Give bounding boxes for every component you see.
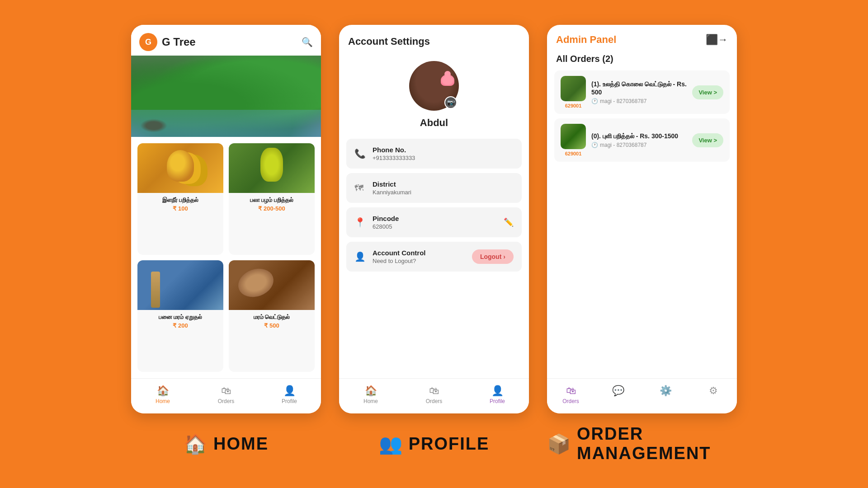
clock-icon: 🕐 (591, 98, 598, 104)
product-price: ₹ 500 (232, 322, 311, 329)
flower-decoration (441, 75, 454, 86)
account-value: Need to Logout? (373, 258, 466, 264)
district-label: District (373, 180, 514, 188)
admin-title: Admin Panel (556, 34, 616, 46)
all-orders-heading: All Orders (2) (547, 50, 737, 70)
rocks-decoration (140, 119, 167, 132)
app-logo: G G Tree (139, 33, 196, 51)
coconut-decoration (167, 150, 194, 182)
home-bottom-text: HOME (213, 434, 269, 454)
orders-bag-icon: 🛍 (566, 385, 576, 397)
product-image-jackfruit (229, 143, 315, 193)
order-name-2: (0). புளி பறித்தல் - Rs. 300-1500 (591, 132, 687, 140)
avatar-section: 📷 Abdul (339, 52, 529, 133)
orders-list: 629001 (1). உலத்தி கொலை வெட்டுதல் - Rs. … (547, 70, 737, 378)
product-name: மரம் வெட்டுதல் (232, 314, 311, 321)
product-price: ₹ 200 (141, 322, 220, 329)
order-id-2: 629001 (565, 151, 582, 156)
order-content-2: (0). புளி பறித்தல் - Rs. 300-1500 🕐 magi… (591, 132, 687, 148)
order-meta-1: 🕐 magi - 8270368787 (591, 98, 687, 104)
product-item[interactable]: இளநீர் பறித்தல் ₹ 100 (137, 143, 223, 255)
order-id-1: 629001 (565, 103, 582, 108)
district-content: District Kanniyakumari (373, 180, 514, 196)
nav-label-profile: Profile (490, 398, 505, 404)
logout-icon[interactable]: ⬛→ (706, 34, 728, 46)
view-button-1[interactable]: View > (692, 85, 723, 99)
profile-bottom-text: PROFILE (409, 434, 490, 454)
nav-label-home: Home (363, 398, 378, 404)
order-item[interactable]: 629001 (1). உலத்தி கொலை வெட்டுதல் - Rs. … (554, 70, 730, 114)
wood-decoration (234, 264, 278, 302)
product-image-wood (229, 260, 315, 310)
products-grid: இளநீர் பறித்தல் ₹ 100 பலா பழம் பறித்தல் … (131, 137, 321, 378)
nav-label-profile: Profile (282, 398, 297, 404)
avatar-wrapper: 📷 (409, 61, 459, 111)
palm-decoration (151, 272, 160, 308)
profile-screen: Account Settings 📷 Abdul 📞 Phone No. +91… (339, 25, 529, 413)
product-name: பனை மரம் ஏறுதல் (141, 314, 220, 321)
nav-item-orders[interactable]: 🛍 Orders (194, 383, 258, 406)
profile-bottom-label: 👥 PROFILE (339, 433, 529, 455)
admin-nav-chat[interactable]: 💬 (594, 383, 642, 406)
team-icon: ⚙️ (660, 385, 672, 397)
search-button[interactable]: 🔍 (302, 37, 313, 47)
phone-field: 📞 Phone No. +913333333333 (346, 139, 522, 169)
phone-content: Phone No. +913333333333 (373, 146, 514, 161)
logout-button[interactable]: Logout › (472, 249, 514, 264)
app-title: G Tree (162, 36, 196, 48)
nav-label-home: Home (156, 398, 170, 404)
order-agent-2: magi - 8270368787 (600, 142, 646, 148)
phone-label: Phone No. (373, 146, 514, 154)
profile-icon: 👤 (283, 385, 296, 397)
logo-icon: G (139, 33, 157, 51)
product-name: பலா பழம் பறித்தல் (232, 197, 311, 204)
pincode-content: Pincode 628005 (373, 215, 497, 230)
home-bottom-icon: 🏠 (184, 433, 207, 455)
order-thumbnail-1 (561, 76, 586, 101)
view-label-2: View > (698, 137, 717, 144)
admin-nav-team[interactable]: ⚙️ (642, 383, 689, 406)
profile-nav-orders[interactable]: 🛍 Orders (402, 383, 466, 406)
user-name: Abdul (420, 117, 448, 129)
district-icon: 🗺 (354, 183, 366, 193)
account-label: Account Control (373, 249, 466, 257)
nav-item-home[interactable]: 🏠 Home (131, 383, 194, 406)
view-button-2[interactable]: View > (692, 133, 723, 147)
admin-nav-settings[interactable]: ⚙ (689, 383, 737, 406)
product-price: ₹ 100 (141, 205, 220, 212)
profile-nav-profile[interactable]: 👤 Profile (466, 383, 529, 406)
clock-icon: 🕐 (591, 142, 598, 148)
labels-row: 🏠 HOME 👥 PROFILE 📦 ORDER MANAGEMENT (131, 424, 737, 463)
hero-image (131, 56, 321, 137)
product-item[interactable]: பலா பழம் பறித்தல் ₹ 200-500 (229, 143, 315, 255)
account-settings-title: Account Settings (348, 36, 430, 47)
logo-letter: G (145, 38, 151, 47)
product-image-palm (137, 260, 223, 310)
product-item[interactable]: பனை மரம் ஏறுதல் ₹ 200 (137, 260, 223, 372)
order-content-1: (1). உலத்தி கொலை வெட்டுதல் - Rs. 500 🕐 m… (591, 80, 687, 104)
pincode-icon: 📍 (354, 217, 366, 228)
admin-screen: Admin Panel ⬛→ All Orders (2) 629001 (1)… (547, 25, 737, 413)
product-info: இளநீர் பறித்தல் ₹ 100 (137, 193, 223, 215)
product-info: பனை மரம் ஏறுதல் ₹ 200 (137, 310, 223, 332)
edit-icon[interactable]: ✏️ (504, 217, 514, 227)
nav-label-orders: Orders (426, 398, 443, 404)
order-item[interactable]: 629001 (0). புளி பறித்தல் - Rs. 300-1500… (554, 118, 730, 162)
profile-nav-home[interactable]: 🏠 Home (339, 383, 402, 406)
nav-item-profile[interactable]: 👤 Profile (258, 383, 321, 406)
order-thumbnail-2 (561, 124, 586, 149)
pincode-field[interactable]: 📍 Pincode 628005 ✏️ (346, 207, 522, 237)
district-value: Kanniyakumari (373, 189, 514, 196)
home-bottom-label: 🏠 HOME (131, 433, 321, 455)
home-icon: 🏠 (365, 385, 377, 397)
order-thumb-wrapper: 629001 (561, 76, 586, 108)
product-item[interactable]: மரம் வெட்டுதல் ₹ 500 (229, 260, 315, 372)
profile-bottom-icon: 👥 (379, 433, 402, 455)
home-icon: 🏠 (157, 385, 169, 397)
order-name-1: (1). உலத்தி கொலை வெட்டுதல் - Rs. 500 (591, 80, 687, 96)
logout-label: Logout (480, 253, 501, 260)
camera-button[interactable]: 📷 (444, 96, 457, 109)
product-info: மரம் வெட்டுதல் ₹ 500 (229, 310, 315, 332)
hero-forest (131, 56, 321, 137)
admin-nav-orders[interactable]: 🛍 Orders (547, 383, 594, 406)
